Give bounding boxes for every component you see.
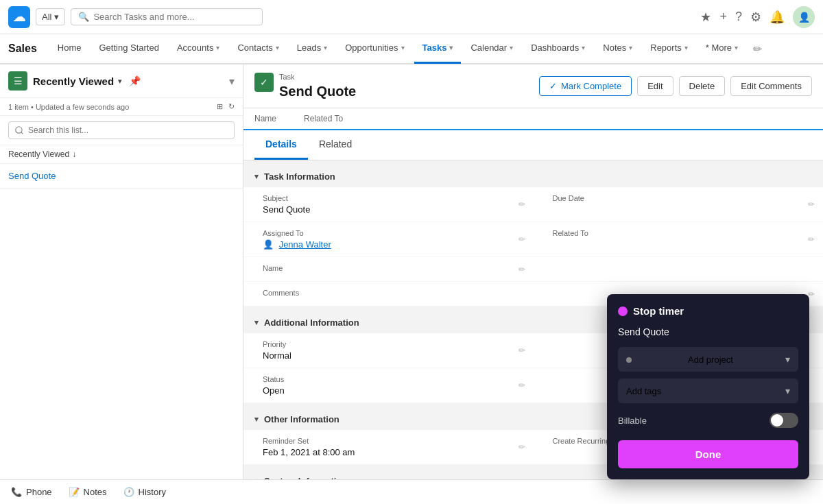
additional-info-chevron-icon: ▾ — [254, 318, 259, 327]
leads-chevron-icon: ▾ — [324, 44, 327, 51]
priority-value: Normal — [263, 350, 523, 361]
assigned-to-edit-icon[interactable]: ✏ — [518, 235, 525, 244]
task-info-row-3: Name ✏ — [243, 257, 823, 282]
nav-item-contacts[interactable]: Contacts ▾ — [229, 34, 287, 64]
help-icon[interactable]: ? — [735, 10, 742, 24]
bottom-phone-item[interactable]: 📞 Phone — [11, 487, 52, 497]
reminder-set-value: Feb 1, 2021 at 8:00 am — [263, 447, 523, 457]
bottom-notes-item[interactable]: 📝 Notes — [69, 487, 107, 497]
task-information-section-header[interactable]: ▾ Task Information — [243, 166, 823, 187]
nav-item-dashboards-label: Dashboards — [531, 43, 579, 53]
nav-item-calendar-label: Calendar — [470, 43, 507, 53]
task-name-row: Name Related To — [243, 108, 823, 130]
sidebar-list-view-icon[interactable]: ⊞ — [217, 102, 223, 111]
related-to-edit-icon[interactable]: ✏ — [808, 235, 815, 244]
search-input[interactable] — [93, 12, 255, 22]
priority-edit-icon[interactable]: ✏ — [518, 346, 525, 355]
nav-item-more[interactable]: * More ▾ — [697, 34, 746, 64]
subject-edit-icon[interactable]: ✏ — [518, 200, 525, 209]
tab-related-label: Related — [319, 139, 352, 149]
add-tags-field[interactable]: Add tags ▾ — [618, 379, 798, 403]
nav-item-reports[interactable]: Reports ▾ — [642, 34, 696, 64]
search-scope-chevron: ▾ — [54, 12, 59, 22]
more-chevron-icon: ▾ — [735, 44, 738, 51]
task-info-chevron-icon: ▾ — [254, 172, 259, 181]
nav-item-home[interactable]: Home — [49, 34, 90, 64]
nav-item-leads-label: Leads — [297, 43, 321, 53]
opportunities-chevron-icon: ▾ — [401, 44, 405, 51]
search-scope-selector[interactable]: All ▾ — [36, 8, 65, 25]
nav-item-calendar[interactable]: Calendar ▾ — [462, 34, 521, 64]
billable-label: Billable — [618, 416, 647, 426]
sidebar-search-input[interactable] — [8, 121, 235, 139]
nav-item-reports-label: Reports — [650, 43, 682, 53]
new-item-icon[interactable]: + — [719, 10, 727, 24]
assigned-to-link[interactable]: Jenna Walter — [279, 239, 331, 250]
task-info-row-1: Subject Send Quote ✏ Due Date ✏ — [243, 187, 823, 222]
sidebar-refresh-icon[interactable]: ↻ — [228, 102, 235, 111]
task-header-text: Task Send Quote — [279, 73, 356, 99]
sidebar-list-item[interactable]: Send Quote — [0, 164, 243, 189]
favorites-icon[interactable]: ★ — [700, 10, 711, 25]
add-project-label: Add project — [688, 355, 733, 365]
tab-details[interactable]: Details — [254, 130, 308, 160]
nav-item-tasks[interactable]: Tasks ▾ — [414, 34, 462, 64]
notes-chevron-icon: ▾ — [629, 44, 632, 51]
phone-label: Phone — [26, 487, 52, 497]
sidebar-sort[interactable]: Recently Viewed ↓ — [0, 145, 243, 164]
reminder-set-field: Reminder Set Feb 1, 2021 at 8:00 am ✏ — [243, 430, 534, 465]
nav-item-dashboards[interactable]: Dashboards ▾ — [523, 34, 593, 64]
edit-button[interactable]: Edit — [637, 76, 673, 96]
nav-item-opportunities[interactable]: Opportunities ▾ — [337, 34, 412, 64]
nav-item-more-label: * More — [706, 43, 732, 53]
bottom-history-item[interactable]: 🕐 History — [123, 487, 166, 497]
nav-item-getting-started[interactable]: Getting Started — [91, 34, 167, 64]
top-bar: ☁ All ▾ 🔍 ★ + ? ⚙ 🔔 👤 — [0, 0, 823, 34]
reminder-set-edit-icon[interactable]: ✏ — [518, 442, 525, 452]
mark-complete-label: Mark Complete — [561, 81, 621, 91]
notes-label: Notes — [84, 487, 107, 497]
search-icon: 🔍 — [78, 12, 89, 22]
subject-field: Subject Send Quote ✏ — [243, 187, 534, 222]
nav-item-accounts-label: Accounts — [177, 43, 213, 53]
stop-timer-popup: Stop timer Send Quote Add project ▾ Add … — [607, 294, 809, 479]
status-edit-icon[interactable]: ✏ — [518, 381, 525, 390]
edit-comments-button[interactable]: Edit Comments — [730, 76, 812, 96]
nav-edit-icon[interactable]: ✏ — [753, 43, 762, 56]
system-info-chevron-icon: ▾ — [254, 477, 259, 479]
name-edit-icon[interactable]: ✏ — [518, 265, 525, 274]
billable-toggle[interactable] — [770, 413, 798, 428]
delete-button[interactable]: Delete — [679, 76, 726, 96]
pin-icon[interactable]: 📌 — [129, 75, 141, 86]
sidebar-close-icon[interactable]: ▾ — [229, 75, 235, 88]
related-to-column-header: Related To — [304, 114, 343, 123]
settings-icon[interactable]: ⚙ — [750, 10, 761, 25]
task-title-row: ✓ Task Send Quote ✓ Mark Complete Edit D… — [254, 73, 812, 99]
sidebar-title-chevron[interactable]: ▾ — [118, 77, 122, 86]
nav-item-accounts[interactable]: Accounts ▾ — [169, 34, 228, 64]
app-logo[interactable]: ☁ — [8, 6, 30, 28]
tab-related[interactable]: Related — [308, 130, 363, 160]
mark-complete-button[interactable]: ✓ Mark Complete — [539, 76, 632, 96]
sidebar-meta-icons: ⊞ ↻ — [217, 102, 235, 111]
sidebar-search — [0, 116, 243, 145]
name-column-header: Name — [254, 114, 276, 123]
nav-item-notes[interactable]: Notes ▾ — [595, 34, 641, 64]
notes-icon: 📝 — [69, 487, 80, 497]
user-avatar[interactable]: 👤 — [793, 6, 815, 28]
assigned-to-label: Assigned To — [263, 229, 523, 237]
nav-item-notes-label: Notes — [603, 43, 626, 53]
dashboards-chevron-icon: ▾ — [582, 44, 585, 51]
sidebar-sort-label: Recently Viewed — [8, 149, 69, 159]
add-project-field[interactable]: Add project ▾ — [618, 347, 798, 372]
task-header-left: ✓ Task Send Quote — [254, 73, 356, 99]
due-date-edit-icon[interactable]: ✏ — [808, 200, 815, 209]
notifications-icon[interactable]: 🔔 — [770, 10, 785, 25]
global-search-box[interactable]: 🔍 — [71, 8, 263, 25]
done-button[interactable]: Done — [618, 440, 798, 468]
due-date-field: Due Date ✏ — [534, 187, 824, 222]
nav-item-leads[interactable]: Leads ▾ — [289, 34, 335, 64]
due-date-label: Due Date — [553, 194, 813, 202]
nav-item-opportunities-label: Opportunities — [345, 43, 398, 53]
timer-dot-icon — [618, 307, 628, 316]
